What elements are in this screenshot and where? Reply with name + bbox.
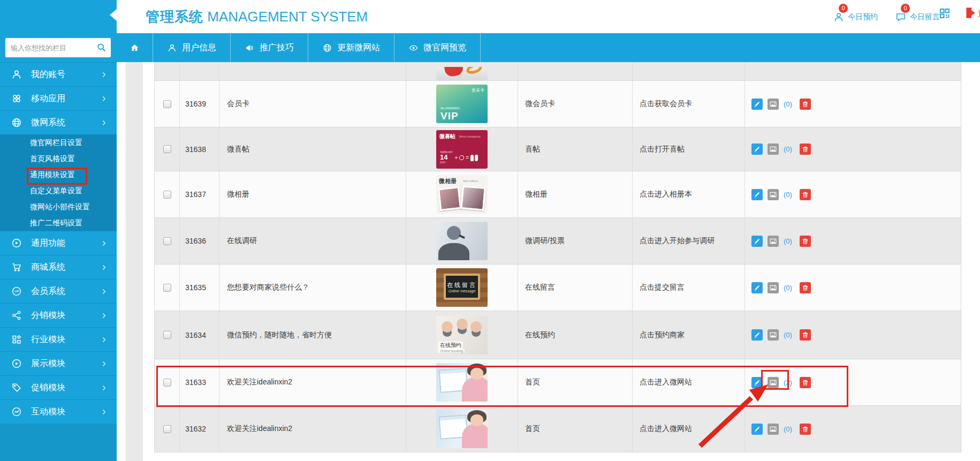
- qr-code-icon[interactable]: [938, 7, 951, 20]
- sidebar-item-label: 促销模块: [31, 382, 65, 394]
- sidebar-item-商城系统[interactable]: 商城系统: [0, 255, 117, 279]
- delete-button[interactable]: [800, 189, 811, 200]
- sidebar-item-微网系统[interactable]: 微网系统: [0, 110, 117, 134]
- logout-label[interactable]: 退出: [978, 9, 980, 19]
- row-type: 首页: [525, 377, 540, 387]
- row-checkbox[interactable]: [163, 145, 171, 153]
- table-cell-operations: (0): [745, 171, 961, 217]
- submenu-item-自定义菜单设置[interactable]: 自定义菜单设置: [0, 183, 117, 199]
- figure-icon: [470, 155, 474, 161]
- sidebar-item-互动模块[interactable]: 互动模块: [0, 399, 117, 424]
- notification-badge: 0: [839, 4, 848, 13]
- table-cell: [633, 62, 745, 80]
- images-count[interactable]: (0): [784, 237, 792, 245]
- sidebar-item-我的账号[interactable]: 我的账号: [0, 62, 117, 86]
- row-checkbox[interactable]: [163, 100, 171, 108]
- figure-icon: [475, 155, 478, 161]
- images-count[interactable]: (0): [784, 284, 792, 292]
- sidebar-item-分销模块[interactable]: 分销模块: [0, 303, 117, 327]
- images-count[interactable]: (0): [784, 100, 792, 108]
- edit-button[interactable]: [751, 189, 763, 200]
- row-checkbox[interactable]: [163, 331, 171, 339]
- edit-button[interactable]: [751, 236, 763, 247]
- row-title: 微喜帖: [227, 145, 249, 154]
- row-checkbox[interactable]: [163, 237, 171, 245]
- sidebar-item-展示模块[interactable]: 展示模块: [0, 351, 117, 375]
- row-title: 欢迎关注idealinxin2: [227, 424, 292, 434]
- header-stat-今日留言[interactable]: 0今日留言: [895, 11, 940, 23]
- search-input[interactable]: [5, 38, 95, 57]
- delete-button[interactable]: [800, 236, 811, 247]
- logout-door-icon[interactable]: [963, 6, 977, 20]
- nav-item-推广技巧[interactable]: 推广技巧: [230, 33, 308, 62]
- ring-icon: [459, 155, 465, 161]
- table-cell-id: 31638: [180, 127, 219, 171]
- edit-button[interactable]: [751, 377, 763, 388]
- submenu-item-微网站小部件设置[interactable]: 微网站小部件设置: [0, 199, 117, 215]
- table-cell-operations: (0): [745, 311, 961, 359]
- row-checkbox[interactable]: [163, 284, 171, 292]
- chevron-right-icon: [100, 95, 108, 103]
- submenu-item-微官网栏目设置[interactable]: 微官网栏目设置: [0, 134, 117, 150]
- submenu-item-推广二维码设置[interactable]: 推广二维码设置: [0, 215, 117, 231]
- sidebar-item-会员系统[interactable]: VIP会员系统: [0, 279, 117, 303]
- delete-button[interactable]: [800, 377, 811, 388]
- images-button[interactable]: [768, 236, 779, 247]
- images-count[interactable]: (0): [784, 331, 792, 339]
- table-cell-action: 点击打开喜帖: [633, 127, 745, 171]
- delete-button[interactable]: [800, 143, 811, 155]
- table-cell-action: 点击进入相册本: [633, 171, 745, 217]
- images-count[interactable]: (0): [784, 191, 792, 199]
- edit-button[interactable]: [751, 424, 763, 435]
- table-cell: [219, 62, 406, 80]
- nav-item-微官网预览[interactable]: 微官网预览: [394, 33, 481, 62]
- content-area: 31639会员卡贵宾卡No.00000001VIP微会员卡点击获取会员卡(0)3…: [117, 62, 980, 461]
- sidebar-item-通用功能[interactable]: 通用功能: [0, 231, 117, 255]
- images-button[interactable]: [768, 282, 779, 293]
- delete-button[interactable]: [800, 424, 811, 435]
- submenu-item-首页风格设置[interactable]: 首页风格设置: [0, 150, 117, 167]
- images-count[interactable]: (0): [784, 145, 792, 153]
- person-deco: [470, 321, 482, 332]
- images-button[interactable]: [768, 143, 779, 155]
- nav-item-更新微网站[interactable]: 更新微网站: [308, 33, 394, 62]
- table-row-31634: 31634微信预约，随时随地，省时方便在线预约Online booking在线预…: [155, 311, 961, 359]
- user-icon: [167, 43, 177, 53]
- edit-button[interactable]: [751, 99, 763, 110]
- edit-button[interactable]: [751, 329, 763, 341]
- nav-item-home[interactable]: [117, 33, 153, 62]
- nav-item-用户信息[interactable]: 用户信息: [153, 33, 230, 62]
- edit-button[interactable]: [751, 143, 763, 155]
- images-button[interactable]: [768, 99, 779, 110]
- sidebar-item-行业模块[interactable]: 行业模块: [0, 327, 117, 351]
- thumbnail-text: Micro Invitations: [459, 135, 481, 138]
- header-stat-今日预约[interactable]: 0今日预约: [833, 11, 878, 23]
- images-button[interactable]: [768, 424, 779, 435]
- cart-icon: [11, 261, 22, 273]
- delete-button[interactable]: [800, 99, 811, 110]
- row-checkbox[interactable]: [163, 191, 171, 199]
- edit-button[interactable]: [751, 282, 763, 293]
- images-button[interactable]: [768, 377, 779, 388]
- submenu-item-通用模块设置[interactable]: 通用模块设置: [0, 167, 117, 183]
- photo-deco: [438, 186, 461, 211]
- images-count[interactable]: (2): [784, 379, 792, 387]
- row-checkbox[interactable]: [163, 425, 171, 433]
- images-button[interactable]: [768, 189, 779, 200]
- table-cell-operations: (0): [745, 218, 961, 264]
- delete-button[interactable]: [800, 329, 811, 341]
- row-checkbox[interactable]: [163, 379, 171, 387]
- apps-icon: [11, 93, 22, 104]
- delete-button[interactable]: [800, 282, 811, 293]
- images-button[interactable]: [768, 329, 779, 341]
- sidebar-item-促销模块[interactable]: 促销模块: [0, 375, 117, 399]
- row-action: 点击进入微网站: [640, 424, 692, 434]
- chevron-right-icon: [100, 312, 108, 320]
- sidebar-item-移动应用[interactable]: 移动应用: [0, 86, 117, 110]
- sidebar-item-label: 行业模块: [31, 334, 65, 345]
- thumbnail-deco: FEBRUARY142014+=: [440, 152, 478, 164]
- thumbnail-text: Online booking: [438, 349, 465, 353]
- images-count[interactable]: (0): [784, 425, 792, 433]
- search-icon[interactable]: [96, 42, 107, 53]
- table-cell-type: 微相册: [518, 171, 633, 217]
